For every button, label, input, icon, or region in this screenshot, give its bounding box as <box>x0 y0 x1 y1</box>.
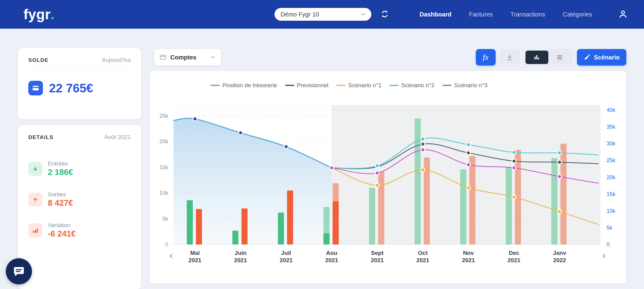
series-dot[interactable] <box>375 171 379 175</box>
details-card: DETAILS Août 2021 Entrées 2 186€ Sorties… <box>18 125 141 289</box>
details-row-value: 2 186€ <box>48 168 73 177</box>
x-axis-year: 2021 <box>189 257 202 263</box>
x-axis-month: Oct <box>418 250 428 256</box>
legend-label: Previsionnel <box>297 82 329 89</box>
series-dot[interactable] <box>421 168 425 172</box>
nav-link-dashboard[interactable]: Dashboard <box>419 11 451 18</box>
series-dot[interactable] <box>421 148 425 152</box>
x-axis-month: Nov <box>463 250 474 256</box>
series-dot[interactable] <box>466 163 470 167</box>
solde-value: 22 765€ <box>49 81 93 95</box>
right-axis-tick: 40k <box>607 107 616 113</box>
series-dot[interactable] <box>466 151 470 155</box>
x-axis-year: 2021 <box>280 257 293 263</box>
solde-period: Aujourd'hui <box>102 57 131 63</box>
user-icon <box>618 9 628 19</box>
nav-link-catégories[interactable]: Catégories <box>563 11 592 18</box>
x-axis-year: 2021 <box>325 257 338 263</box>
series-dot[interactable] <box>375 183 379 187</box>
x-axis-year: 2021 <box>371 257 384 263</box>
table-view-button[interactable] <box>548 51 571 64</box>
cashflow-chart[interactable]: 05k10k15k20k25k05k10k15k20k25k30k35k40kM… <box>150 71 626 284</box>
right-axis-tick: 35k <box>607 124 616 130</box>
right-axis-tick: 20k <box>607 174 616 180</box>
series-dot[interactable] <box>375 164 379 168</box>
legend-swatch <box>389 85 398 86</box>
legend-swatch <box>336 85 345 86</box>
workspace-selector[interactable]: Démo Fygr 10 <box>274 8 371 21</box>
series-dot[interactable] <box>557 151 561 155</box>
refresh-button[interactable] <box>380 9 390 20</box>
nav-link-factures[interactable]: Factures <box>469 11 493 18</box>
accounts-selector-value: Comptes <box>170 54 206 61</box>
chat-launcher[interactable] <box>6 258 32 284</box>
user-menu-button[interactable] <box>618 9 628 20</box>
pencil-icon <box>584 54 590 61</box>
download-icon <box>506 53 514 61</box>
x-axis-month: Mai <box>190 250 200 256</box>
nav-link-transactions[interactable]: Transactions <box>511 11 545 18</box>
left-axis-tick: 5k <box>162 216 168 222</box>
series-dot[interactable] <box>284 145 288 149</box>
series-dot[interactable] <box>557 210 561 214</box>
formula-button[interactable]: fx <box>476 49 496 66</box>
x-axis-year: 2021 <box>462 257 475 263</box>
legend-item[interactable]: Scénario n°2 <box>389 82 434 89</box>
scenario-button-label: Scénario <box>594 54 620 61</box>
series-dot[interactable] <box>512 159 516 163</box>
x-axis-year: 2021 <box>416 257 430 263</box>
wallet-icon <box>28 81 43 95</box>
series-dot[interactable] <box>557 175 561 179</box>
solde-title: SOLDE <box>28 57 49 63</box>
x-axis-month: Dec <box>509 250 519 256</box>
series-dot[interactable] <box>466 186 470 190</box>
arrow-up-icon <box>28 193 42 207</box>
details-row-sorties: Sorties 8 427€ <box>28 191 131 208</box>
x-axis-month: Juin <box>235 250 246 256</box>
series-dot[interactable] <box>421 142 425 146</box>
left-axis-tick: 0 <box>165 241 168 248</box>
legend-swatch <box>211 85 220 86</box>
cashflow-chart-card: Position de trésorerie Previsionnel Scén… <box>150 71 626 284</box>
series-dot[interactable] <box>239 131 242 135</box>
left-axis-tick: 20k <box>159 138 168 144</box>
x-axis-year: 2021 <box>234 257 247 263</box>
bar-chart-icon <box>533 54 540 61</box>
series-dot[interactable] <box>557 160 561 164</box>
chart-next-button[interactable]: › <box>598 249 609 262</box>
series-dot[interactable] <box>512 150 516 154</box>
legend-item[interactable]: Scénario n°1 <box>336 82 381 89</box>
series-dot[interactable] <box>330 166 334 170</box>
arrow-down-icon <box>28 162 42 176</box>
legend-item[interactable]: Position de trésorerie <box>211 82 277 89</box>
series-dot[interactable] <box>512 195 516 199</box>
series-dot[interactable] <box>512 166 516 170</box>
series-dot[interactable] <box>421 137 425 141</box>
view-toggle <box>524 49 573 66</box>
x-axis-month: Sept <box>371 250 384 256</box>
download-button[interactable] <box>500 49 520 66</box>
legend-item[interactable]: Previsionnel <box>285 82 329 89</box>
details-row-variation: Variation -6 241€ <box>28 222 131 239</box>
legend-label: Position de trésorerie <box>222 82 277 89</box>
legend-swatch <box>285 85 294 86</box>
series-dot[interactable] <box>466 143 470 147</box>
chat-icon <box>12 265 25 278</box>
details-row-entrées: Entrées 2 186€ <box>28 160 131 177</box>
accounts-selector[interactable]: Comptes <box>154 49 221 66</box>
details-row-label: Variation <box>48 222 76 229</box>
chart-prev-button[interactable]: ‹ <box>166 249 177 262</box>
app-logo[interactable]: fygr. <box>23 0 55 29</box>
series-dot[interactable] <box>193 117 197 121</box>
solde-card: SOLDE Aujourd'hui 22 765€ <box>18 48 141 119</box>
chart-view-button[interactable] <box>525 51 548 64</box>
chevron-down-icon <box>360 11 366 18</box>
legend-label: Scénario n°3 <box>454 82 487 89</box>
legend-item[interactable]: Scénario n°3 <box>442 82 487 89</box>
logo-dot: . <box>51 6 55 23</box>
workspace-selector-value: Démo Fygr 10 <box>281 11 319 18</box>
bank-card-icon <box>159 54 167 61</box>
scenario-button[interactable]: Scénario <box>577 49 626 66</box>
x-axis-month: Janv <box>553 250 566 256</box>
rows-icon <box>556 54 563 61</box>
